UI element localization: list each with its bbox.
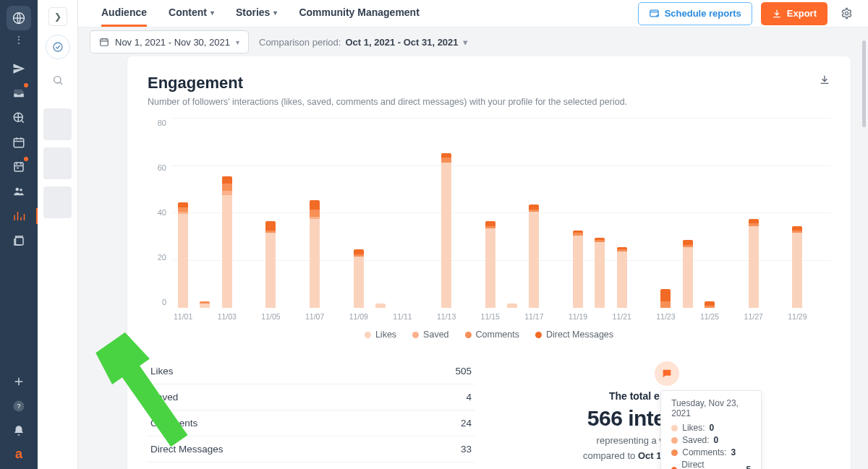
svg-point-12 <box>845 12 848 15</box>
nav-schedule-icon[interactable] <box>6 156 32 178</box>
nav-analytics-icon[interactable] <box>6 205 32 227</box>
svg-text:?: ? <box>17 403 20 410</box>
date-range-picker[interactable]: Nov 1, 2021 - Nov 30, 2021 ▾ <box>90 30 249 53</box>
search-icon[interactable] <box>46 68 70 92</box>
bar-column[interactable] <box>216 176 238 308</box>
bar-column[interactable] <box>260 221 281 308</box>
section-tabs: Audience Content▾ Stories▾ Community Man… <box>90 0 420 27</box>
schedule-reports-button[interactable]: Schedule reports <box>638 2 752 25</box>
nav-inbox-icon[interactable] <box>6 82 32 104</box>
bar-column[interactable] <box>523 205 545 308</box>
svg-point-4 <box>16 188 20 192</box>
bar-column[interactable] <box>435 153 457 309</box>
nav-library-icon[interactable] <box>6 230 32 251</box>
account-placeholder <box>43 108 72 140</box>
chart-x-axis: 11/0111/0311/0511/0711/0911/1111/1311/15… <box>172 312 830 321</box>
bar-column[interactable] <box>655 289 676 308</box>
nav-help-icon[interactable]: ? <box>6 395 32 417</box>
bar-column[interactable] <box>348 249 370 308</box>
nav-calendar-icon[interactable] <box>6 132 32 153</box>
bar-column[interactable] <box>304 200 326 309</box>
legend-item[interactable]: Direct Messages <box>535 330 613 340</box>
engagement-chart: 806040200 11/0111/0311/0511/0711/0911/11… <box>148 119 830 321</box>
bar-column[interactable] <box>611 247 633 309</box>
svg-rect-3 <box>14 163 23 171</box>
card-subtitle: Number of followers' interactions (likes… <box>148 97 627 107</box>
engagement-card: Engagement Number of followers' interact… <box>127 56 851 469</box>
bar-column[interactable] <box>501 304 523 309</box>
svg-rect-2 <box>14 139 24 147</box>
nav-add-icon[interactable] <box>6 371 32 392</box>
brand-menu-dots-icon[interactable]: ⋮ <box>14 35 23 45</box>
app-logo-icon[interactable]: a <box>9 444 28 463</box>
engagement-badge-icon <box>655 361 679 386</box>
card-title: Engagement <box>148 74 627 92</box>
brand-logo[interactable] <box>7 6 31 30</box>
svg-point-9 <box>54 43 62 51</box>
expand-sidebar-button[interactable]: ❯ <box>48 7 67 26</box>
chart-tooltip: Tuesday, Nov 23, 2021Likes: 0Saved: 0Com… <box>660 390 762 469</box>
chart-bars <box>172 119 830 308</box>
nav-send-icon[interactable] <box>6 58 32 79</box>
bar-column[interactable] <box>743 219 765 309</box>
chart-legend: LikesSavedCommentsDirect Messages <box>148 330 830 340</box>
bar-column[interactable] <box>480 221 501 308</box>
comparison-period[interactable]: Comparison period: Oct 1, 2021 - Oct 31,… <box>259 37 468 48</box>
bar-column[interactable] <box>567 231 589 308</box>
svg-point-5 <box>20 189 22 192</box>
summary-row: Comments24 <box>148 410 475 436</box>
account-column: ❯ <box>38 0 78 469</box>
svg-rect-13 <box>101 39 109 46</box>
main-nav-rail: ⋮ ? a <box>0 0 38 469</box>
tab-content[interactable]: Content▾ <box>169 0 214 27</box>
top-bar: Audience Content▾ Stories▾ Community Man… <box>78 0 868 27</box>
summary-table: Likes505Saved4Comments24Direct Messages3… <box>148 358 475 469</box>
summary-row: Saved4 <box>148 384 475 410</box>
account-placeholder <box>43 186 72 218</box>
bar-column[interactable] <box>194 301 216 309</box>
summary-row: Likes505 <box>148 358 475 384</box>
legend-item[interactable]: Comments <box>465 330 519 340</box>
settings-icon[interactable] <box>836 4 856 24</box>
bar-column[interactable] <box>589 238 610 309</box>
chart-y-axis: 806040200 <box>148 119 172 321</box>
control-bar: Nov 1, 2021 - Nov 30, 2021 ▾ Comparison … <box>78 27 868 56</box>
summary-row: Direct Messages33 <box>148 436 475 462</box>
tab-audience[interactable]: Audience <box>101 0 147 27</box>
svg-point-10 <box>54 77 60 83</box>
account-placeholder <box>43 147 72 179</box>
bar-column[interactable] <box>786 226 808 309</box>
download-icon[interactable] <box>819 74 830 87</box>
legend-item[interactable]: Saved <box>412 330 448 340</box>
nav-bell-icon[interactable] <box>6 420 32 442</box>
nav-globe-icon[interactable] <box>6 107 32 129</box>
bar-column[interactable] <box>677 240 699 308</box>
legend-item[interactable]: Likes <box>365 330 396 340</box>
export-button[interactable]: Export <box>761 2 827 25</box>
tab-community[interactable]: Community Management <box>299 0 419 27</box>
scrollbar-thumb[interactable] <box>862 40 866 127</box>
bar-column[interactable] <box>172 202 194 308</box>
account-avatar[interactable] <box>46 35 70 59</box>
bar-column[interactable] <box>370 304 391 309</box>
nav-team-icon[interactable] <box>6 181 32 202</box>
bar-column[interactable] <box>699 301 720 309</box>
tab-stories[interactable]: Stories▾ <box>236 0 277 27</box>
svg-rect-6 <box>16 238 24 246</box>
summary-total-row: Total Engagement566 <box>148 462 475 469</box>
scrollbar[interactable] <box>862 40 866 459</box>
